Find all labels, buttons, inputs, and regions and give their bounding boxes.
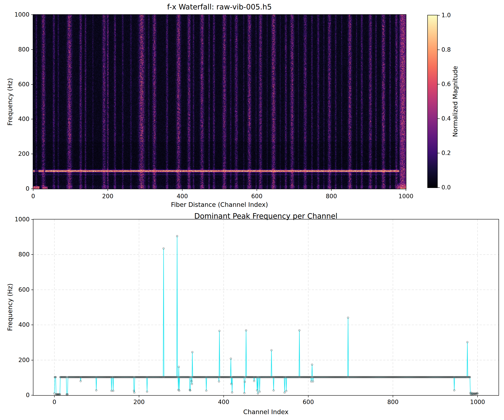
colorbar-tick xyxy=(438,84,440,84)
peak-chart-x-tick xyxy=(477,395,478,397)
waterfall-heatmap xyxy=(33,15,406,189)
colorbar xyxy=(427,15,438,188)
waterfall-y-tick xyxy=(31,14,33,15)
peak-chart-y-tick xyxy=(31,360,33,360)
waterfall-y-tick xyxy=(31,49,33,50)
colorbar-tick xyxy=(438,187,440,188)
waterfall-y-tick xyxy=(31,119,33,119)
colorbar-tick-label: 1.0 xyxy=(441,12,465,19)
waterfall-x-tick-label: 800 xyxy=(317,193,346,200)
waterfall-x-tick xyxy=(108,189,108,191)
waterfall-x-tick xyxy=(406,189,406,191)
peak-chart-x-tick-label: 0 xyxy=(40,399,69,406)
figure: f-x Waterfall: raw-vib-005.h5 Frequency … xyxy=(0,0,504,420)
peak-chart-y-tick xyxy=(31,219,33,220)
peak-chart-y-tick xyxy=(31,290,33,290)
colorbar-gradient xyxy=(428,15,437,187)
peak-chart-x-tick-label: 400 xyxy=(209,399,238,406)
colorbar-tick-label: 0.0 xyxy=(441,184,465,191)
waterfall-y-tick-label: 0 xyxy=(0,185,29,192)
waterfall-y-tick-label: 1000 xyxy=(0,11,29,18)
peak-chart-x-tick xyxy=(54,395,55,397)
peak-chart-xlabel: Channel Index xyxy=(140,408,392,416)
waterfall-x-tick xyxy=(33,189,33,191)
waterfall-title: f-x Waterfall: raw-vib-005.h5 xyxy=(72,3,366,11)
waterfall-x-tick-label: 1000 xyxy=(391,193,421,200)
waterfall-x-tick-label: 0 xyxy=(18,193,48,200)
waterfall-x-tick xyxy=(257,189,257,191)
waterfall-y-tick-label: 800 xyxy=(0,46,29,53)
peak-chart-y-tick-label: 0 xyxy=(0,392,30,399)
peak-frequency-line xyxy=(54,236,478,394)
colorbar-label: Normalized Magnitude xyxy=(451,38,459,164)
peak-chart-y-tick-label: 400 xyxy=(0,321,30,328)
colorbar-tick xyxy=(438,49,440,50)
waterfall-y-tick-label: 200 xyxy=(0,150,29,157)
peak-chart-x-tick-label: 200 xyxy=(124,399,154,406)
colorbar-tick-label: 0.4 xyxy=(441,115,465,122)
waterfall-x-tick-label: 200 xyxy=(93,193,122,200)
peak-chart-ylabel: Frequency (Hz) xyxy=(6,251,14,364)
peak-chart-y-tick-label: 800 xyxy=(0,251,30,258)
waterfall-xlabel: Fiber Distance (Channel Index) xyxy=(93,201,345,209)
waterfall-y-tick-label: 600 xyxy=(0,81,29,88)
peak-chart-y-tick-label: 600 xyxy=(0,286,30,293)
waterfall-y-tick xyxy=(31,84,33,85)
peak-chart-y-tick-label: 1000 xyxy=(0,216,30,223)
colorbar-tick xyxy=(438,153,440,153)
waterfall-x-tick xyxy=(331,189,332,191)
peak-chart-x-tick-label: 1000 xyxy=(463,399,492,406)
peak-chart-x-tick xyxy=(308,395,308,397)
waterfall-x-tick-label: 400 xyxy=(168,193,197,200)
waterfall-ylabel: Frequency (Hz) xyxy=(6,45,14,159)
colorbar-tick xyxy=(438,119,440,119)
peak-chart-x-tick xyxy=(139,395,139,397)
peak-chart-x-tick-label: 800 xyxy=(378,399,408,406)
peak-frequency-chart xyxy=(33,219,498,395)
peak-chart-x-tick xyxy=(393,395,393,397)
waterfall-plot-area xyxy=(33,14,406,189)
peak-chart-x-tick xyxy=(223,395,224,397)
colorbar-tick-label: 0.8 xyxy=(441,46,465,53)
peak-chart-y-tick xyxy=(31,395,33,396)
peak-chart-x-tick-label: 600 xyxy=(294,399,323,406)
waterfall-y-tick xyxy=(31,154,33,154)
waterfall-y-tick-label: 400 xyxy=(0,115,29,123)
colorbar-tick-label: 0.2 xyxy=(441,150,465,157)
peak-chart-y-tick-label: 200 xyxy=(0,357,30,364)
colorbar-tick xyxy=(438,15,440,16)
waterfall-x-tick xyxy=(182,189,182,191)
peak-chart-y-tick xyxy=(31,325,33,325)
colorbar-tick-label: 0.6 xyxy=(441,81,465,88)
peak-chart-y-tick xyxy=(31,254,33,255)
waterfall-x-tick-label: 600 xyxy=(242,193,271,200)
